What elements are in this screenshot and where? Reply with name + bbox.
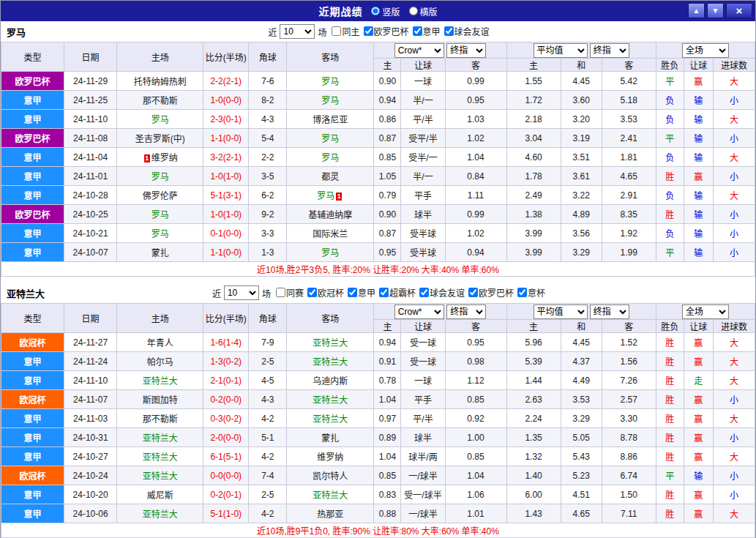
filter-row: 罗马 近 10 场 同主欧罗巴杯意甲球会友谊 xyxy=(1,21,755,42)
avg-home: 1.78 xyxy=(506,167,561,186)
away-team: 亚特兰大 xyxy=(287,409,374,428)
checkbox-input[interactable] xyxy=(307,288,317,297)
filter-checkbox[interactable]: 意杯 xyxy=(517,286,545,299)
team-label: 年青人 xyxy=(147,338,173,348)
checkbox-input[interactable] xyxy=(413,26,422,36)
filter-checkbox[interactable]: 欧罗巴杯 xyxy=(364,25,409,37)
result-wdl: 胜 xyxy=(656,447,684,466)
checkbox-input[interactable] xyxy=(444,26,454,36)
filter-checkbox[interactable]: 球会友谊 xyxy=(444,25,490,37)
checkbox-input[interactable] xyxy=(332,26,341,36)
corner-score: 4-3 xyxy=(249,390,287,409)
move-up-button[interactable]: ▲ xyxy=(688,3,705,18)
near-label: 近 xyxy=(268,26,277,38)
avg-draw: 4.37 xyxy=(561,352,602,371)
corner-score: 4-5 xyxy=(249,371,287,390)
average-select[interactable]: 平均值 xyxy=(534,305,588,319)
odds-away: 0.99 xyxy=(445,205,506,224)
avg-away: 5.42 xyxy=(602,72,656,91)
odds-handicap: 球半/两 xyxy=(401,447,445,466)
filter-checkbox[interactable]: 超霸杯 xyxy=(379,286,416,299)
checkbox-input[interactable] xyxy=(517,288,527,297)
league-badge: 欧罗巴杯 xyxy=(1,129,64,148)
filter-checkbox[interactable]: 同赛 xyxy=(276,286,304,299)
average-header-cell: 平均值 终指 xyxy=(506,42,656,59)
score: 0-0(0-0) xyxy=(203,466,249,485)
odds-away: 1.02 xyxy=(445,129,506,148)
odds-handicap: 平/半 xyxy=(401,110,445,129)
filter-checkbox[interactable]: 欧冠杯 xyxy=(307,286,344,299)
checkbox-input[interactable] xyxy=(276,288,285,297)
filter-label: 同赛 xyxy=(286,286,304,299)
league-badge: 意甲 xyxy=(1,371,64,390)
score: 6-1(5-1) xyxy=(203,447,249,466)
checkbox-input[interactable] xyxy=(348,288,357,297)
filter-controls: 近 10 场 同赛欧冠杯意甲超霸杯球会友谊欧罗巴杯意杯 xyxy=(211,285,545,300)
col-header-result-handicap: 让球 xyxy=(684,59,713,72)
checkbox-input[interactable] xyxy=(419,288,429,297)
result-handicap: 赢 xyxy=(684,504,713,523)
match-date: 24-11-04 xyxy=(64,148,117,167)
checkbox-input[interactable] xyxy=(364,26,373,36)
bookmaker-select[interactable]: Crow* xyxy=(394,43,444,58)
avg-away: 2.41 xyxy=(602,129,656,148)
corner-score: 4-2 xyxy=(249,409,287,428)
checkbox-input[interactable] xyxy=(379,288,389,297)
avg-draw: 3.53 xyxy=(561,390,602,409)
match-row: 欧罗巴杯24-11-29托特纳姆热刺2-2(2-1)7-6罗马0.90一球0.9… xyxy=(1,72,755,91)
league-filter-checkboxes: 同主欧罗巴杯意甲球会友谊 xyxy=(328,25,489,38)
team-label: 罗马 xyxy=(321,248,339,258)
checkbox-input[interactable] xyxy=(468,288,478,297)
layout-radio-vertical[interactable]: 竖版 xyxy=(371,5,400,18)
average-stage-select[interactable]: 终指 xyxy=(590,305,629,319)
average-stage-select[interactable]: 终指 xyxy=(590,43,629,58)
bookmaker-stage-select[interactable]: 终指 xyxy=(446,305,486,319)
move-down-button[interactable]: ▼ xyxy=(707,3,724,18)
scope-select[interactable]: 全场 xyxy=(682,305,729,319)
result-goals: 小 xyxy=(713,243,755,262)
team-label: 亚特兰大 xyxy=(143,509,178,520)
result-goals: 大 xyxy=(713,352,755,371)
team-label: 国际米兰 xyxy=(312,229,348,239)
home-team: 罗马 xyxy=(117,167,203,186)
col-header-avg-draw: 和 xyxy=(561,320,602,333)
avg-home: 2.63 xyxy=(506,390,561,409)
match-row: 欧冠杯24-10-24亚特兰大0-0(0-0)7-4凯尔特人0.85一/球半1.… xyxy=(1,466,755,485)
filter-label: 同主 xyxy=(342,25,359,37)
avg-draw: 3.56 xyxy=(561,224,602,243)
odds-handicap: 平手 xyxy=(401,186,445,205)
recent-count-select[interactable]: 10 xyxy=(280,24,315,39)
horizontal-radio-input[interactable] xyxy=(409,7,418,15)
away-team: 维罗纳 xyxy=(287,447,374,466)
filter-checkbox[interactable]: 同主 xyxy=(332,25,359,37)
odds-handicap: 球半 xyxy=(401,205,445,224)
filter-checkbox[interactable]: 欧罗巴杯 xyxy=(468,286,514,299)
odds-away: 1.11 xyxy=(445,186,506,205)
odds-handicap: 一球 xyxy=(401,371,445,390)
filter-checkbox[interactable]: 意甲 xyxy=(348,286,375,299)
team-label: 罗马 xyxy=(321,153,339,163)
layout-radio-horizontal[interactable]: 横版 xyxy=(409,5,438,18)
bookmaker-select[interactable]: Crow* xyxy=(394,305,444,319)
team-label: 热那亚 xyxy=(317,509,343,520)
avg-home: 3.99 xyxy=(506,224,561,243)
corner-score: 7-6 xyxy=(249,72,287,91)
odds-home: 0.89 xyxy=(374,428,401,447)
result-goals: 大 xyxy=(713,409,755,428)
filter-checkbox[interactable]: 球会友谊 xyxy=(419,286,465,299)
average-select[interactable]: 平均值 xyxy=(534,43,588,58)
vertical-radio-input[interactable] xyxy=(371,7,380,15)
close-button[interactable]: × xyxy=(726,3,752,18)
away-team: 都灵 xyxy=(287,167,374,186)
recent-count-select[interactable]: 10 xyxy=(224,285,259,300)
avg-away: 1.81 xyxy=(602,148,656,167)
filter-checkbox[interactable]: 意甲 xyxy=(413,25,441,37)
scope-select[interactable]: 全场 xyxy=(682,43,729,58)
bookmaker-stage-select[interactable]: 终指 xyxy=(446,43,486,58)
odds-handicap: 受一球 xyxy=(401,333,445,352)
odds-away: 1.04 xyxy=(445,148,506,167)
filter-label: 球会友谊 xyxy=(454,25,490,37)
filter-label: 意甲 xyxy=(358,286,375,299)
avg-draw: 4.49 xyxy=(561,371,602,390)
corner-score: 1-3 xyxy=(249,243,287,262)
